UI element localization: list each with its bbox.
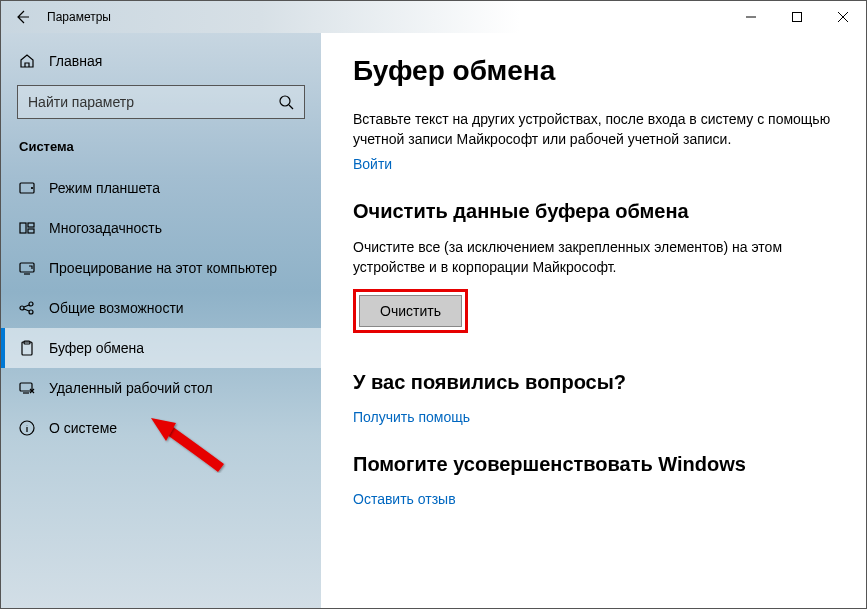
minimize-icon (746, 12, 756, 22)
sidebar-item-label: Многозадачность (49, 220, 162, 236)
sidebar-item-multitasking[interactable]: Многозадачность (1, 208, 321, 248)
minimize-button[interactable] (728, 1, 774, 33)
section-header: Система (1, 139, 321, 168)
info-icon (19, 420, 35, 436)
close-button[interactable] (820, 1, 866, 33)
svg-point-8 (20, 306, 24, 310)
svg-point-3 (32, 188, 33, 189)
sidebar-item-label: О системе (49, 420, 117, 436)
tablet-icon (19, 180, 35, 196)
clipboard-icon (19, 340, 35, 356)
svg-rect-4 (20, 223, 26, 233)
sidebar-item-clipboard[interactable]: Буфер обмена (1, 328, 321, 368)
clear-button[interactable]: Очистить (359, 295, 462, 327)
get-help-link[interactable]: Получить помощь (353, 409, 470, 425)
search-box[interactable] (17, 85, 305, 119)
feedback-heading: Помогите усовершенствовать Windows (353, 453, 834, 476)
feedback-link[interactable]: Оставить отзыв (353, 491, 456, 507)
maximize-button[interactable] (774, 1, 820, 33)
sidebar-item-tablet-mode[interactable]: Режим планшета (1, 168, 321, 208)
home-icon (19, 53, 35, 69)
sidebar-item-shared-experiences[interactable]: Общие возможности (1, 288, 321, 328)
sidebar-item-label: Режим планшета (49, 180, 160, 196)
page-title: Буфер обмена (353, 55, 834, 87)
multitasking-icon (19, 220, 35, 236)
sign-in-link[interactable]: Войти (353, 156, 392, 172)
sidebar-item-about[interactable]: О системе (1, 408, 321, 448)
close-icon (838, 12, 848, 22)
main-content: Буфер обмена Вставьте текст на других ус… (321, 33, 866, 608)
sidebar-item-remote-desktop[interactable]: Удаленный рабочий стол (1, 368, 321, 408)
svg-rect-0 (793, 13, 802, 22)
home-nav[interactable]: Главная (1, 45, 321, 85)
annotation-highlight: Очистить (353, 289, 468, 333)
sidebar-item-projecting[interactable]: Проецирование на этот компьютер (1, 248, 321, 288)
sidebar-item-label: Общие возможности (49, 300, 184, 316)
clear-description: Очистите все (за исключением закрепленны… (353, 237, 834, 277)
sidebar-item-label: Удаленный рабочий стол (49, 380, 213, 396)
search-input[interactable] (28, 94, 278, 110)
sidebar-item-label: Буфер обмена (49, 340, 144, 356)
svg-point-9 (29, 302, 33, 306)
window-title: Параметры (47, 10, 111, 24)
home-label: Главная (49, 53, 102, 69)
svg-point-10 (29, 310, 33, 314)
svg-point-1 (280, 96, 290, 106)
remote-desktop-icon (19, 380, 35, 396)
search-icon (278, 94, 294, 110)
svg-rect-6 (28, 229, 34, 233)
sidebar-item-label: Проецирование на этот компьютер (49, 260, 277, 276)
sidebar: Главная Система Режим планшета Многозада… (1, 33, 321, 608)
sync-description: Вставьте текст на других устройствах, по… (353, 109, 834, 149)
arrow-left-icon (14, 9, 30, 25)
svg-rect-5 (28, 223, 34, 227)
projecting-icon (19, 260, 35, 276)
titlebar: Параметры (1, 1, 866, 33)
shared-icon (19, 300, 35, 316)
maximize-icon (792, 12, 802, 22)
back-button[interactable] (1, 1, 43, 33)
help-heading: У вас появились вопросы? (353, 371, 834, 394)
clear-heading: Очистить данные буфера обмена (353, 200, 834, 223)
